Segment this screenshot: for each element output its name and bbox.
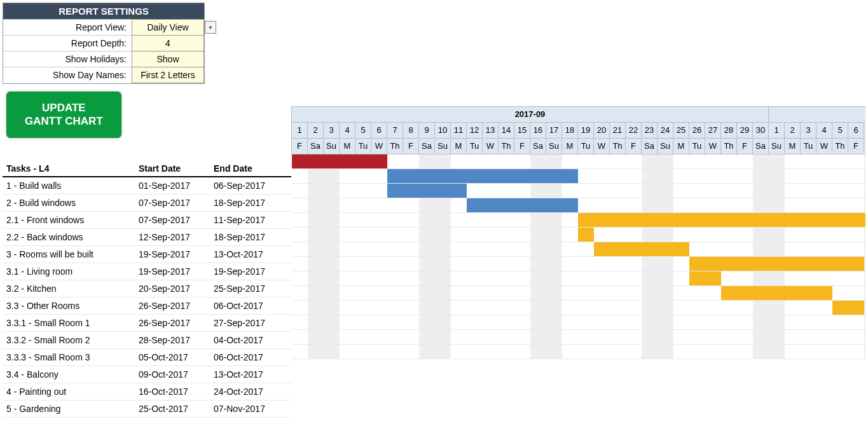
gantt-cell xyxy=(562,256,578,271)
settings-value[interactable]: Show xyxy=(132,51,204,67)
gantt-cell xyxy=(594,300,610,315)
gantt-cell xyxy=(467,329,483,344)
gantt-cell xyxy=(419,198,435,212)
gantt-cell xyxy=(546,271,562,285)
settings-value[interactable]: 4 xyxy=(132,35,204,51)
gantt-bar-cell xyxy=(403,183,419,198)
gantt-row xyxy=(292,198,866,212)
task-start-date: 12-Sep-2017 xyxy=(135,228,210,245)
gantt-cell xyxy=(467,154,483,168)
gantt-bar-cell xyxy=(530,198,546,212)
task-end-date: 06-Oct-2017 xyxy=(210,348,291,366)
gantt-cell xyxy=(324,300,340,315)
gantt-bar-cell xyxy=(816,285,832,300)
gantt-cell xyxy=(737,154,753,168)
gantt-cell xyxy=(467,256,483,271)
gantt-row xyxy=(292,154,866,168)
gantt-cell xyxy=(403,242,419,256)
task-row: 3.3.1 - Small Room 126-Sep-201727-Sep-20… xyxy=(3,314,291,331)
day-number: 6 xyxy=(371,122,387,138)
task-name: 2.2 - Back windows xyxy=(3,228,135,245)
gantt-cell xyxy=(324,344,340,359)
gantt-cell xyxy=(578,344,594,359)
update-gantt-button[interactable]: UPDATE GANTT CHART xyxy=(6,92,121,138)
day-number: 2 xyxy=(308,122,324,138)
gantt-cell xyxy=(435,256,451,271)
gantt-cell xyxy=(355,285,371,300)
gantt-cell xyxy=(785,329,801,344)
gantt-cell xyxy=(562,271,578,285)
day-name: Sa xyxy=(753,138,769,154)
task-start-date: 05-Oct-2017 xyxy=(135,348,210,366)
task-name: 3.3.1 - Small Room 1 xyxy=(3,314,135,331)
gantt-cell xyxy=(785,183,801,198)
day-name: Sa xyxy=(864,138,866,154)
gantt-cell xyxy=(689,300,705,315)
gantt-cell xyxy=(594,168,610,183)
gantt-cell xyxy=(737,183,753,198)
gantt-bar-cell xyxy=(467,168,483,183)
gantt-cell xyxy=(769,329,785,344)
gantt-cell xyxy=(673,154,689,168)
gantt-cell xyxy=(403,315,419,329)
gantt-cell xyxy=(705,242,721,256)
gantt-cell xyxy=(816,329,832,344)
gantt-cell xyxy=(292,227,308,242)
settings-value[interactable]: First 2 Letters xyxy=(132,67,204,83)
gantt-cell xyxy=(769,227,785,242)
gantt-cell xyxy=(435,271,451,285)
task-name: 3.4 - Balcony xyxy=(3,366,135,383)
gantt-cell xyxy=(864,300,866,315)
gantt-cell xyxy=(626,183,642,198)
report-settings-panel: REPORT SETTINGS Report View:Daily View▼R… xyxy=(3,3,205,84)
gantt-cell xyxy=(848,168,864,183)
gantt-cell xyxy=(737,344,753,359)
gantt-cell xyxy=(578,300,594,315)
gantt-cell xyxy=(387,154,403,168)
day-number: 11 xyxy=(451,122,467,138)
day-name: Su xyxy=(546,138,562,154)
gantt-cell xyxy=(626,329,642,344)
gantt-cell xyxy=(673,271,689,285)
gantt-cell xyxy=(705,198,721,212)
gantt-cell xyxy=(785,154,801,168)
gantt-cell xyxy=(483,285,499,300)
gantt-row xyxy=(292,300,866,315)
gantt-cell xyxy=(355,315,371,329)
gantt-cell xyxy=(514,242,530,256)
gantt-cell xyxy=(530,256,546,271)
gantt-cell xyxy=(753,168,769,183)
gantt-cell xyxy=(562,227,578,242)
settings-row: Show Day Names:First 2 Letters xyxy=(3,67,204,83)
gantt-cell xyxy=(642,198,658,212)
gantt-bar-cell xyxy=(355,154,371,168)
gantt-cell xyxy=(499,212,514,227)
chevron-down-icon[interactable]: ▼ xyxy=(205,21,216,34)
settings-row: Show Holidays:Show xyxy=(3,51,204,67)
gantt-cell xyxy=(816,315,832,329)
gantt-cell xyxy=(610,183,626,198)
gantt-cell xyxy=(753,198,769,212)
gantt-cell xyxy=(626,154,642,168)
gantt-cell xyxy=(769,315,785,329)
gantt-cell xyxy=(499,344,514,359)
gantt-cell xyxy=(292,183,308,198)
task-row: 2.1 - Front windows07-Sep-201711-Sep-201… xyxy=(3,211,291,228)
gantt-cell xyxy=(785,198,801,212)
gantt-cell xyxy=(324,271,340,285)
task-name: 4 - Painting out xyxy=(3,383,135,400)
gantt-cell xyxy=(816,198,832,212)
gantt-cell xyxy=(308,344,324,359)
gantt-cell xyxy=(514,300,530,315)
task-start-date: 07-Sep-2017 xyxy=(135,194,210,211)
task-row: 3 - Rooms will be built19-Sep-201713-Oct… xyxy=(3,245,291,263)
gantt-cell xyxy=(578,256,594,271)
col-header-start: Start Date xyxy=(135,140,210,177)
gantt-cell xyxy=(483,227,499,242)
gantt-cell xyxy=(594,256,610,271)
gantt-cell xyxy=(514,315,530,329)
gantt-cell xyxy=(769,271,785,285)
gantt-cell xyxy=(483,315,499,329)
gantt-cell xyxy=(578,315,594,329)
settings-value[interactable]: Daily View▼ xyxy=(132,19,204,35)
